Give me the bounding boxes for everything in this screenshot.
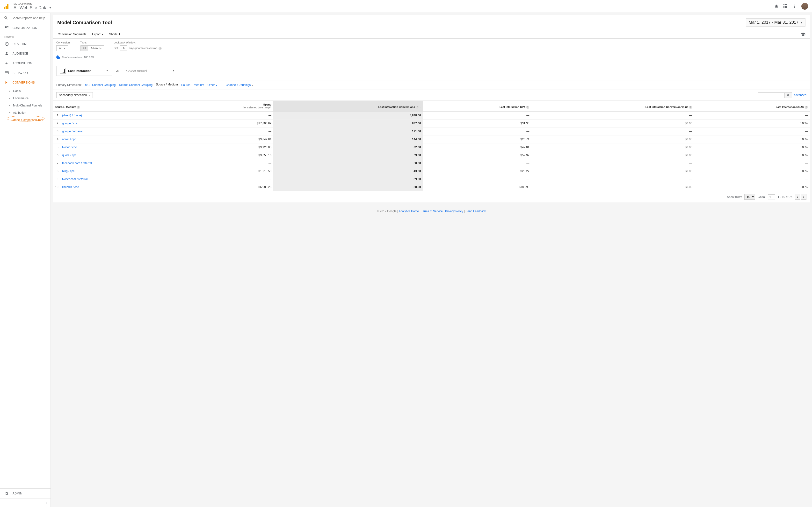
- row-value: $0.00: [531, 151, 694, 159]
- dimension-link[interactable]: google / cpc: [62, 122, 78, 125]
- row-value: $0.00: [531, 183, 694, 191]
- row-conversions: 171.00: [273, 127, 423, 135]
- dimension-link[interactable]: facebook.com / referral: [62, 162, 92, 165]
- shortcut-button[interactable]: Shortcut: [106, 30, 123, 38]
- lookback-control: Lookback Window: Set days prior to conve…: [114, 41, 162, 51]
- help-icon[interactable]: ?: [416, 106, 419, 109]
- conversion-segments-button[interactable]: Conversion Segments: [55, 30, 89, 38]
- help-icon[interactable]: ?: [805, 106, 808, 109]
- sidebar-admin[interactable]: ADMIN: [0, 489, 51, 498]
- help-icon[interactable]: ?: [77, 106, 80, 109]
- sidebar-customization[interactable]: CUSTOMIZATION: [0, 23, 51, 33]
- col-spend[interactable]: Spend(for selected time range): [168, 101, 273, 112]
- education-icon[interactable]: [801, 32, 808, 37]
- col-roas[interactable]: Last Interaction ROAS?: [694, 101, 810, 112]
- date-range-picker[interactable]: Mar 1, 2017 - Mar 31, 2017 ▼: [746, 18, 806, 26]
- row-index: 10.: [53, 183, 60, 191]
- sidebar-audience[interactable]: AUDIENCE: [0, 49, 51, 58]
- rows-select[interactable]: 10: [744, 194, 755, 200]
- more-vert-icon[interactable]: [792, 4, 797, 8]
- dimension-link[interactable]: bing / cpc: [62, 169, 74, 173]
- chevron-down-icon: ▼: [49, 6, 51, 9]
- apps-icon[interactable]: [783, 4, 788, 8]
- sidebar-goals[interactable]: ▶Goals: [0, 88, 51, 95]
- sidebar-mcf[interactable]: ▶Multi-Channel Funnels: [0, 102, 51, 109]
- view-selector[interactable]: All Web Site Data ▼: [13, 5, 774, 10]
- dimension-link[interactable]: twitter / cpc: [62, 146, 77, 149]
- secondary-dimension-dropdown[interactable]: Secondary dimension▼: [56, 92, 93, 98]
- pager-prev-button[interactable]: ‹: [795, 194, 800, 200]
- dim-other[interactable]: Other ▼: [208, 83, 217, 87]
- type-all[interactable]: All: [81, 46, 88, 51]
- pager-range: 1 - 10 of 76: [778, 195, 793, 199]
- table-search-button[interactable]: [785, 93, 792, 98]
- col-value[interactable]: Last Interaction Conversion Value?: [531, 101, 694, 112]
- sidebar-model-comparison[interactable]: Model Comparison Tool: [0, 116, 51, 124]
- svg-rect-6: [8, 28, 8, 28]
- svg-point-0: [794, 5, 795, 5]
- conversion-dropdown[interactable]: All▼: [56, 45, 68, 51]
- col-cpa[interactable]: Last Interaction CPA?: [423, 101, 531, 112]
- dimension-link[interactable]: adroll / cpc: [62, 137, 76, 141]
- footer-privacy[interactable]: Privacy Policy: [445, 210, 463, 213]
- avatar[interactable]: [801, 3, 808, 10]
- dimension-link[interactable]: linkedin / cpc: [62, 185, 79, 189]
- header-titles[interactable]: My GA Property All Web Site Data ▼: [13, 2, 774, 10]
- sidebar-behavior[interactable]: BEHAVIOR: [0, 68, 51, 78]
- dim-source[interactable]: Source: [181, 83, 191, 87]
- row-roas: 0.00%: [694, 144, 810, 151]
- table-search-input[interactable]: [758, 93, 785, 98]
- dimension-link[interactable]: twitter.com / referral: [62, 177, 88, 181]
- app-header: My GA Property All Web Site Data ▼: [0, 0, 812, 13]
- sidebar-conversions[interactable]: CONVERSIONS: [0, 78, 51, 88]
- row-cpa: $26.74: [423, 135, 531, 144]
- help-icon[interactable]: ?: [689, 106, 692, 109]
- notifications-icon[interactable]: [774, 4, 779, 8]
- search-row[interactable]: [0, 13, 51, 23]
- model-selector-primary[interactable]: Last Interaction ▼: [56, 66, 112, 76]
- pager-next-button[interactable]: ›: [801, 194, 806, 200]
- row-spend: $27,803.87: [168, 119, 273, 127]
- sidebar-ecommerce[interactable]: ▶Ecommerce: [0, 95, 51, 102]
- sidebar-attribution[interactable]: ▼Attribution: [0, 109, 51, 116]
- footer-feedback[interactable]: Send Feedback: [465, 210, 486, 213]
- dimension-link[interactable]: google / organic: [62, 130, 83, 133]
- export-button[interactable]: Export▼: [89, 30, 106, 38]
- row-index: 5.: [53, 144, 60, 151]
- dim-default[interactable]: Default Channel Grouping: [119, 83, 152, 87]
- sidebar-realtime[interactable]: REAL-TIME: [0, 39, 51, 49]
- search-input[interactable]: [12, 16, 47, 20]
- dim-medium[interactable]: Medium: [194, 83, 204, 87]
- table-row: 4.adroll / cpc$3,849.84144.00$26.74$0.00…: [53, 135, 810, 144]
- row-roas: —: [694, 159, 810, 167]
- type-toggle[interactable]: All AdWords: [80, 45, 104, 51]
- row-conversions: 82.00: [273, 144, 423, 151]
- col-source-medium[interactable]: Source / Medium?: [53, 101, 168, 112]
- sidebar-acquisition[interactable]: ACQUISITION: [0, 58, 51, 68]
- dimension-link[interactable]: quora / cpc: [62, 154, 77, 157]
- dim-mcf[interactable]: MCF Channel Grouping: [85, 83, 116, 87]
- pager: Show rows: 10 Go to: 1 - 10 of 76 ‹ ›: [53, 191, 810, 203]
- help-icon[interactable]: ?: [158, 47, 162, 50]
- type-adwords[interactable]: AdWords: [88, 46, 104, 51]
- footer-terms[interactable]: Terms of Service: [421, 210, 443, 213]
- row-index: 9.: [53, 175, 60, 183]
- model-selector-secondary[interactable]: Select model ▼: [122, 67, 178, 75]
- dim-source-medium[interactable]: Source / Medium: [156, 83, 178, 87]
- dashboard-icon: [4, 26, 9, 30]
- sort-down-icon: ↓: [419, 106, 421, 108]
- footer-analytics-home[interactable]: Analytics Home: [399, 210, 419, 213]
- dim-channel-groupings[interactable]: Channel Groupings ▼: [226, 83, 254, 87]
- dimension-link[interactable]: (direct) / (none): [62, 114, 82, 117]
- chevron-down-icon: ▼: [252, 84, 254, 87]
- table-row: 1.(direct) / (none)—5,838.00———: [53, 112, 810, 119]
- col-conversions[interactable]: Last Interaction Conversions? ↓: [273, 101, 423, 112]
- row-index: 7.: [53, 159, 60, 167]
- advanced-link[interactable]: advanced: [794, 94, 806, 97]
- primary-dimension-row: Primary Dimension: MCF Channel Grouping …: [53, 80, 810, 90]
- collapse-sidebar-button[interactable]: ‹: [0, 498, 51, 507]
- help-icon[interactable]: ?: [526, 106, 529, 109]
- row-conversions: 39.00: [273, 175, 423, 183]
- lookback-input[interactable]: [120, 45, 128, 50]
- goto-input[interactable]: [768, 194, 775, 200]
